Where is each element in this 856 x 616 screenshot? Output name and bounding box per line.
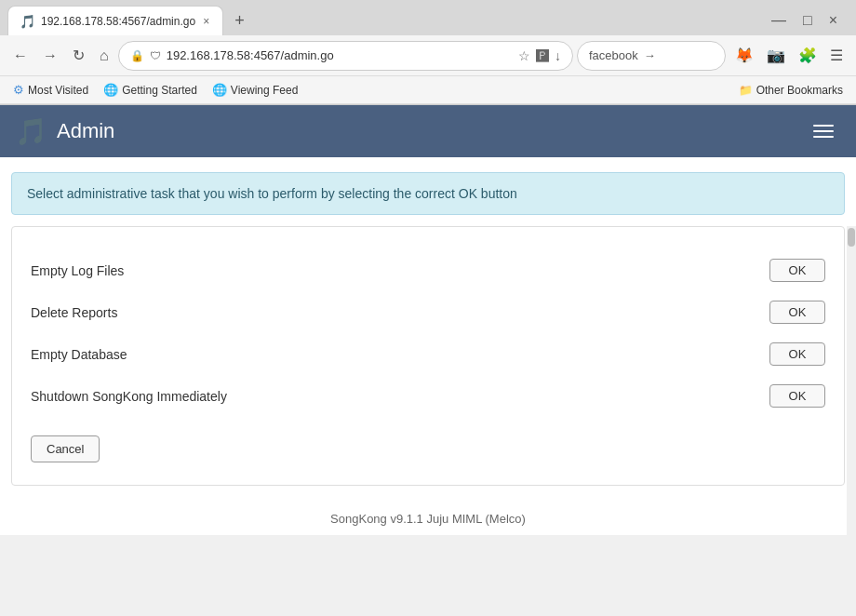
maximize-button[interactable]: □: [796, 8, 820, 33]
firefox-account-button[interactable]: 🦊: [729, 43, 759, 68]
other-bookmarks[interactable]: 📁 Other Bookmarks: [733, 82, 849, 99]
bookmark-icon: ⚙: [13, 83, 24, 97]
close-button[interactable]: ×: [822, 8, 845, 33]
bookmark-icon: 🌐: [212, 83, 227, 97]
bookmark-label: Getting Started: [122, 84, 197, 97]
star-icon[interactable]: ☆: [518, 48, 530, 63]
back-button[interactable]: ←: [7, 44, 33, 68]
app-title: Admin: [57, 119, 114, 143]
app-header: 🎵 Admin: [0, 105, 856, 157]
bookmark-viewing-feed[interactable]: 🌐 Viewing Feed: [207, 81, 304, 99]
refresh-button[interactable]: ↻: [67, 43, 90, 68]
scrollbar[interactable]: [847, 226, 856, 616]
screenshot-button[interactable]: 📷: [761, 43, 791, 68]
admin-task-label: Empty Log Files: [31, 263, 755, 278]
address-text: 192.168.178.58:4567/admin.go: [167, 48, 513, 62]
admin-task-label: Empty Database: [31, 347, 755, 362]
hamburger-line-2: [813, 130, 834, 132]
tab-title: 192.168.178.58:4567/admin.go: [41, 15, 195, 28]
admin-row-shutdown: Shutdown SongKong Immediately OK: [31, 375, 825, 417]
info-banner-text: Select administrative task that you wish…: [27, 186, 517, 201]
footer-version: SongKong v9.1.1 Juju MIML (Melco): [19, 512, 837, 526]
app-logo-icon: 🎵: [15, 116, 47, 147]
hamburger-line-1: [813, 125, 834, 127]
bookmark-getting-started[interactable]: 🌐 Getting Started: [98, 81, 203, 99]
address-bar[interactable]: 🔒 🛡 192.168.178.58:4567/admin.go ☆ 🅿 ↓: [118, 41, 573, 71]
new-tab-button[interactable]: +: [227, 7, 252, 34]
page-content: 🎵 Admin Select administrative task that …: [0, 105, 856, 535]
nav-icons: 🦊 📷 🧩 ☰: [729, 43, 849, 68]
tab-favicon: 🎵: [20, 14, 35, 29]
admin-row-delete-reports: Delete Reports OK: [31, 291, 825, 333]
search-text: facebook: [589, 48, 638, 62]
bookmark-label: Most Visited: [28, 84, 88, 97]
window-controls: — □ ×: [764, 8, 849, 33]
bookmark-icon: 🌐: [103, 83, 118, 97]
extension-button[interactable]: 🧩: [793, 43, 823, 68]
admin-row-empty-log: Empty Log Files OK: [31, 249, 825, 291]
hamburger-line-3: [813, 136, 834, 138]
active-tab[interactable]: 🎵 192.168.178.58:4567/admin.go ×: [7, 6, 223, 35]
pocket-icon[interactable]: 🅿: [536, 48, 549, 63]
search-bar[interactable]: facebook →: [577, 41, 726, 71]
ok-delete-reports-button[interactable]: OK: [769, 301, 825, 324]
ok-empty-database-button[interactable]: OK: [769, 342, 825, 366]
tab-close-button[interactable]: ×: [201, 13, 211, 30]
other-bookmarks-label: Other Bookmarks: [756, 84, 843, 97]
bookmarks-bar: ⚙ Most Visited 🌐 Getting Started 🌐 Viewi…: [0, 76, 856, 104]
ok-shutdown-button[interactable]: OK: [769, 384, 825, 408]
lock-icon: 🔒: [130, 49, 144, 62]
home-button[interactable]: ⌂: [94, 44, 114, 68]
admin-row-empty-database: Empty Database OK: [31, 333, 825, 375]
shield-icon: 🛡: [150, 49, 161, 62]
folder-icon: 📁: [739, 84, 753, 97]
minimize-button[interactable]: —: [764, 8, 794, 33]
page-footer: SongKong v9.1.1 Juju MIML (Melco) 🎵 B f …: [0, 493, 856, 535]
scroll-thumb[interactable]: [848, 228, 855, 247]
info-banner: Select administrative task that you wish…: [11, 172, 845, 215]
cancel-button[interactable]: Cancel: [31, 435, 100, 462]
download-icon[interactable]: ↓: [555, 48, 561, 63]
ok-empty-log-button[interactable]: OK: [769, 259, 825, 282]
menu-button[interactable]: ☰: [824, 43, 849, 68]
bookmark-label: Viewing Feed: [231, 84, 299, 97]
hamburger-menu-button[interactable]: [806, 117, 841, 145]
tab-bar: 🎵 192.168.178.58:4567/admin.go × + — □ ×: [0, 0, 856, 35]
admin-task-label: Delete Reports: [31, 305, 755, 320]
search-arrow-icon: →: [644, 48, 656, 62]
bookmark-most-visited[interactable]: ⚙ Most Visited: [7, 81, 94, 99]
address-action-icons: ☆ 🅿 ↓: [518, 48, 561, 63]
admin-panel: Empty Log Files OK Delete Reports OK Emp…: [11, 226, 845, 486]
nav-bar: ← → ↻ ⌂ 🔒 🛡 192.168.178.58:4567/admin.go…: [0, 35, 856, 76]
admin-task-label: Shutdown SongKong Immediately: [31, 389, 755, 404]
app-header-left: 🎵 Admin: [15, 116, 114, 147]
forward-button[interactable]: →: [37, 44, 63, 68]
